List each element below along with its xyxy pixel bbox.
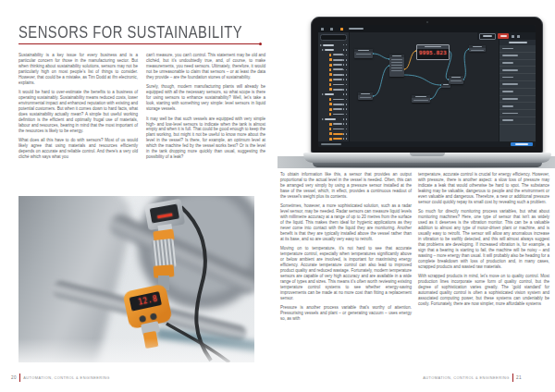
palette-item <box>500 53 536 60</box>
counter-value <box>483 35 492 37</box>
palette-item <box>500 103 536 110</box>
node-source <box>358 92 373 100</box>
paragraph: What does all this have to do with senso… <box>18 138 138 160</box>
channel-icon <box>329 123 332 126</box>
channel-icon <box>329 113 331 116</box>
left-page: SENSORS FOR SUSTAINABILITY Sustainabilit… <box>0 0 276 392</box>
channel-icon <box>329 83 331 86</box>
paragraph: Moving on to temperature, it's not hard … <box>280 246 412 300</box>
paragraph: Sustainability is a key issue for every … <box>18 53 138 86</box>
tree-row-checks <box>343 89 349 91</box>
laptop-base <box>313 163 542 167</box>
photo-fade <box>18 338 254 362</box>
laptop-deck <box>303 153 551 163</box>
flow-sensor-display: 12.8 <box>130 291 162 312</box>
channel-icon <box>329 103 332 105</box>
channel-icon <box>329 58 332 61</box>
menu-icon <box>321 28 324 31</box>
sidebar-search-input <box>320 34 347 41</box>
channel-icon <box>329 73 332 76</box>
channel-icon <box>329 64 332 67</box>
right-page: 9995.823 <box>276 0 555 392</box>
palette-item <box>500 81 536 89</box>
palette-item <box>500 67 536 74</box>
node-title <box>425 46 442 47</box>
tree-row-label <box>333 114 343 116</box>
tree-row-checks <box>343 55 349 56</box>
sensor-photo: 12.8 <box>18 196 254 362</box>
tree-row-label <box>333 129 343 130</box>
left-column-1: Sustainability is a key issue for every … <box>18 53 138 165</box>
settings-icon <box>517 35 520 38</box>
tree-row-checks <box>343 133 349 135</box>
tree-row-checks <box>343 93 349 95</box>
node-small <box>441 83 450 88</box>
tree-row-label <box>323 44 334 46</box>
laptop-notch <box>410 153 445 156</box>
channel-sidebar <box>318 32 350 141</box>
display-value: 9995.823 <box>417 49 449 57</box>
tree-row-checks <box>343 69 349 71</box>
sensor-button <box>139 315 146 323</box>
left-column-2: can't measure, you can't control. This s… <box>146 53 265 165</box>
paragraph: Surely, though, modern manufacturing pla… <box>146 84 265 112</box>
footer-text: AUTOMATION, CONTROL & ENGINEERING <box>23 375 109 380</box>
node-title <box>443 84 449 85</box>
counter-box <box>479 33 496 40</box>
footer-text: AUTOMATION, CONTROL & ENGINEERING <box>423 375 509 380</box>
tree-row-label <box>333 54 343 55</box>
node-input <box>354 49 373 58</box>
paragraph: It would be hard to over-estimate the be… <box>18 90 138 134</box>
node-title <box>415 96 426 97</box>
palette-item <box>500 96 536 104</box>
footer-divider <box>512 374 513 382</box>
right-column-1: To obtain information like this, a senso… <box>280 172 412 326</box>
palette-item <box>500 74 536 81</box>
page-number: 21 <box>516 375 522 380</box>
project-name-label <box>349 28 364 30</box>
node-title <box>392 55 401 56</box>
tree-row-checks <box>343 84 349 86</box>
tree-row-label <box>333 99 343 101</box>
record-label <box>500 35 507 37</box>
channel-icon <box>329 128 331 130</box>
paragraph: Pressure is another process variable tha… <box>280 305 412 322</box>
palette-item <box>500 45 536 53</box>
paragraph: It may well be that such vessels are equ… <box>146 116 265 161</box>
palette-item <box>500 60 536 67</box>
laptop: 9995.823 <box>311 17 544 168</box>
flow-software-screen: 9995.823 <box>318 25 536 147</box>
right-page-footer: AUTOMATION, CONTROL & ENGINEERING 21 <box>423 374 522 382</box>
node-title <box>361 93 370 94</box>
paragraph: With scrapped products in mind, let's mo… <box>418 274 549 307</box>
node-compare <box>449 76 463 84</box>
photo-cables <box>18 196 254 362</box>
palette-item <box>500 117 536 125</box>
tree-row-label <box>325 49 334 51</box>
sensor-head-led <box>157 214 172 218</box>
tree-row-label <box>325 118 336 120</box>
node-title <box>358 50 369 51</box>
node-title <box>473 46 483 47</box>
channel-icon <box>329 138 332 141</box>
node-display: 9995.823 <box>416 44 450 60</box>
tree-row-label <box>333 89 343 91</box>
sensor-head-display <box>150 204 179 224</box>
tree-row-label <box>333 68 343 70</box>
node-scaling <box>389 55 404 77</box>
channel-tree <box>318 43 349 141</box>
webcam-dot <box>426 21 428 23</box>
tree-row-label <box>333 123 342 125</box>
tree-row-label <box>333 104 343 105</box>
left-page-footer: 20 AUTOMATION, CONTROL & ENGINEERING <box>11 374 110 382</box>
node-output <box>469 45 486 52</box>
sensor-button <box>150 312 157 320</box>
channel-icon <box>329 98 331 101</box>
record-button <box>498 33 509 39</box>
paragraph: So much for directly monitoring process … <box>418 209 549 269</box>
channel-icon <box>329 108 332 111</box>
node-trigger <box>412 95 430 103</box>
tree-row-checks <box>343 138 349 140</box>
back-icon <box>330 28 333 31</box>
footer-divider <box>19 374 20 382</box>
